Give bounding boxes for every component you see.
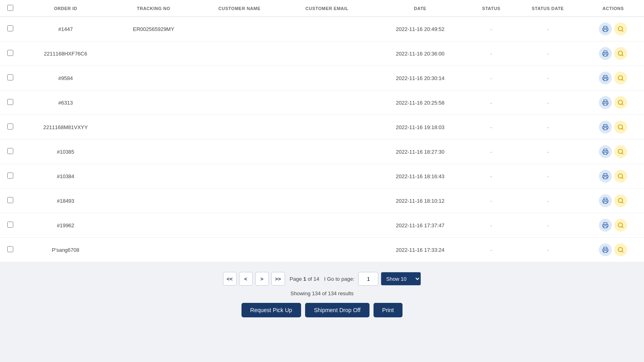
svg-rect-15	[604, 152, 607, 154]
row-checkbox[interactable]	[7, 173, 13, 179]
col-customer-email: CUSTOMER EMAIL	[283, 0, 371, 17]
svg-line-29	[622, 251, 623, 252]
row-checkbox-cell	[0, 41, 20, 66]
request-pickup-button[interactable]: Request Pick Up	[242, 303, 301, 317]
row-checkbox[interactable]	[7, 148, 13, 154]
svg-line-23	[622, 202, 623, 203]
row-print-button[interactable]	[599, 72, 612, 84]
cell-tracking-no	[111, 189, 196, 213]
cell-customer-email	[283, 164, 371, 189]
row-print-button[interactable]	[599, 23, 612, 35]
row-view-button[interactable]	[614, 219, 627, 232]
svg-rect-3	[604, 54, 607, 56]
cell-actions	[582, 66, 644, 90]
row-checkbox[interactable]	[7, 246, 13, 252]
cell-actions	[582, 90, 644, 115]
row-view-button[interactable]	[614, 96, 627, 109]
row-checkbox[interactable]	[7, 123, 13, 130]
row-print-button[interactable]	[599, 219, 612, 232]
svg-rect-6	[604, 78, 607, 80]
print-button[interactable]: Print	[374, 303, 403, 317]
svg-rect-0	[604, 29, 607, 31]
cell-customer-email	[283, 238, 371, 262]
svg-line-26	[622, 226, 623, 228]
row-checkbox[interactable]	[7, 222, 13, 228]
cell-actions	[582, 189, 644, 213]
cell-actions	[582, 213, 644, 238]
table-row: #184932022-11-16 18:10:12--	[0, 189, 644, 213]
page-info: Page 1 of 14	[290, 276, 320, 282]
cell-date: 2022-11-16 19:18:03	[371, 115, 469, 140]
row-print-button[interactable]	[599, 96, 612, 109]
cell-status-date: -	[513, 66, 582, 90]
row-view-button[interactable]	[614, 47, 627, 60]
show-select[interactable]: Show 10 Show 25 Show 50	[381, 272, 421, 286]
cell-status: -	[469, 17, 513, 41]
row-print-button[interactable]	[599, 121, 612, 134]
row-checkbox[interactable]	[7, 197, 13, 203]
row-view-button[interactable]	[614, 121, 627, 134]
cell-status: -	[469, 90, 513, 115]
row-checkbox[interactable]	[7, 99, 13, 105]
cell-customer-name	[196, 140, 283, 164]
row-print-button[interactable]	[599, 243, 612, 256]
row-view-button[interactable]	[614, 243, 627, 256]
row-view-button[interactable]	[614, 170, 627, 183]
cell-tracking-no	[111, 41, 196, 66]
cell-customer-email	[283, 17, 371, 41]
row-checkbox-cell	[0, 189, 20, 213]
cell-status-date: -	[513, 238, 582, 262]
cell-order-id: 2211168M81VXYY	[20, 115, 111, 140]
goto-input[interactable]	[358, 272, 378, 286]
row-print-button[interactable]	[599, 170, 612, 183]
row-checkbox-cell	[0, 17, 20, 41]
cell-status: -	[469, 238, 513, 262]
cell-customer-name	[196, 213, 283, 238]
cell-tracking-no	[111, 164, 196, 189]
row-view-button[interactable]	[614, 23, 627, 35]
cell-customer-name	[196, 66, 283, 90]
cell-date: 2022-11-16 17:37:47	[371, 213, 469, 238]
row-print-button[interactable]	[599, 47, 612, 60]
row-checkbox[interactable]	[7, 74, 13, 80]
next-page-button[interactable]: >	[255, 272, 269, 286]
table-row: #199622022-11-16 17:37:47--	[0, 213, 644, 238]
table-row: #103842022-11-16 18:16:43--	[0, 164, 644, 189]
cell-order-id: P'sang6708	[20, 238, 111, 262]
select-all-checkbox[interactable]	[7, 5, 13, 11]
col-status: STATUS	[469, 0, 513, 17]
prev-page-button[interactable]: <	[239, 272, 253, 286]
row-checkbox[interactable]	[7, 25, 13, 31]
last-page-button[interactable]: >>	[271, 272, 285, 286]
table-row: #103852022-11-16 18:27:30--	[0, 140, 644, 164]
cell-customer-name	[196, 115, 283, 140]
row-view-button[interactable]	[614, 194, 627, 207]
cell-order-id: #19962	[20, 213, 111, 238]
svg-line-8	[622, 79, 623, 80]
cell-status: -	[469, 140, 513, 164]
cell-customer-email	[283, 66, 371, 90]
row-print-button[interactable]	[599, 145, 612, 158]
svg-rect-24	[604, 226, 607, 228]
cell-tracking-no	[111, 238, 196, 262]
select-all-header	[0, 0, 20, 17]
first-page-button[interactable]: <<	[223, 272, 237, 286]
cell-order-id: #9584	[20, 66, 111, 90]
shipment-dropoff-button[interactable]: Shipment Drop Off	[305, 303, 369, 317]
row-checkbox[interactable]	[7, 50, 13, 56]
row-print-button[interactable]	[599, 194, 612, 207]
cell-status-date: -	[513, 164, 582, 189]
cell-customer-name	[196, 238, 283, 262]
cell-tracking-no	[111, 66, 196, 90]
goto-label: I Go to page:	[324, 276, 354, 282]
col-customer-name: CUSTOMER NAME	[196, 0, 283, 17]
cell-order-id: #6313	[20, 90, 111, 115]
table-row: P'sang67082022-11-16 17:33:24--	[0, 238, 644, 262]
row-view-button[interactable]	[614, 145, 627, 158]
svg-rect-12	[604, 128, 607, 130]
cell-date: 2022-11-16 17:33:24	[371, 238, 469, 262]
table-row: 2211168M81VXYY2022-11-16 19:18:03--	[0, 115, 644, 140]
row-view-button[interactable]	[614, 72, 627, 84]
cell-actions	[582, 164, 644, 189]
pagination-area: << < > >> Page 1 of 14 I Go to page: Sho…	[0, 262, 644, 324]
